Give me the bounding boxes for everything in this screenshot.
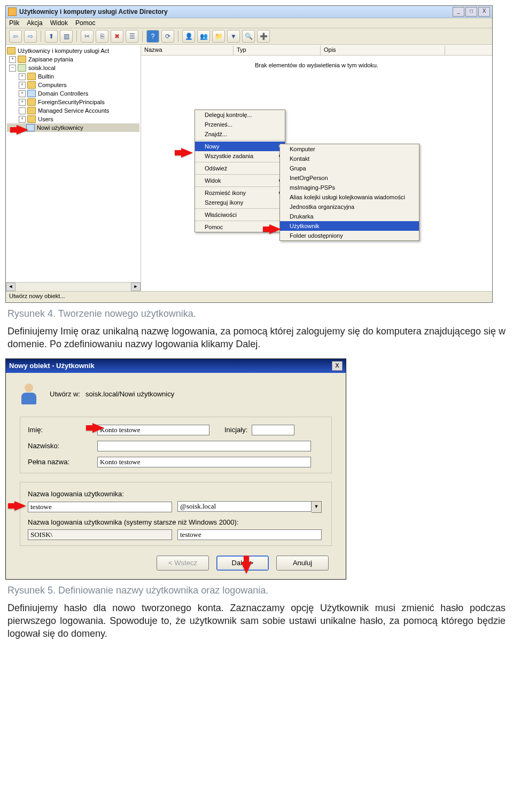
tree-label: Managed Service Accounts (38, 106, 109, 115)
help-icon[interactable]: ? (146, 30, 159, 43)
new-user-icon[interactable]: 👤 (182, 30, 195, 43)
scroll-right-icon[interactable]: ► (131, 283, 141, 291)
add-to-group-icon[interactable]: ➕ (257, 30, 270, 43)
menubar: Plik Akcja Widok Pomoc (6, 18, 492, 28)
ctx-new[interactable]: Nowy (195, 142, 285, 151)
maximize-button[interactable]: □ (465, 7, 477, 17)
create-in-label: Utwórz w: (50, 390, 80, 398)
toolbar: ⇦ ⇨ ⬆ ▥ ✂ ⎘ ✖ ☰ ? ⟳ 👤 👥 📁 ▼ 🔍 ➕ (6, 28, 492, 45)
tree-computers[interactable]: + Computers (7, 81, 139, 89)
tree-label: ForeignSecurityPrincipals (38, 98, 105, 106)
cut-icon[interactable]: ✂ (81, 30, 94, 43)
tree-scrollbar[interactable]: ◄ ► (6, 282, 141, 291)
tree-builtin[interactable]: + Builtin (7, 72, 139, 81)
sub-group[interactable]: Grupa (280, 163, 419, 173)
ctx-refresh[interactable]: Odśwież (195, 163, 285, 173)
sub-ou[interactable]: Jednostka organizacyjna (280, 202, 419, 212)
netbios-domain-input (28, 529, 172, 540)
sub-msimaging[interactable]: msImaging-PSPs (280, 183, 419, 192)
dialog-close-button[interactable]: X (332, 361, 343, 371)
refresh-icon[interactable]: ⟳ (161, 30, 174, 43)
ctx-properties[interactable]: Właściwości (195, 210, 285, 220)
tree-domain-controllers[interactable]: + Domain Controllers (7, 89, 139, 98)
sam-account-input[interactable] (177, 529, 322, 540)
sub-msmq-alias[interactable]: Alias kolejki usługi kolejkowania wiadom… (280, 192, 419, 202)
col-desc[interactable]: Opis (321, 45, 445, 55)
sub-computer[interactable]: Komputer (280, 144, 419, 154)
tree-foreign-security[interactable]: + ForeignSecurityPrincipals (7, 98, 139, 106)
callout-arrow-icon (14, 501, 26, 511)
list-pane: Nazwa Typ Opis Brak elementów do wyświet… (141, 45, 492, 291)
tree-label: soisk.local (28, 64, 56, 72)
tree-pane[interactable]: Użytkownicy i komputery usługi Act + Zap… (6, 45, 141, 291)
col-type[interactable]: Typ (234, 45, 321, 55)
cancel-button[interactable]: Anuluj (276, 556, 329, 571)
sub-inetorgperson[interactable]: InetOrgPerson (280, 173, 419, 183)
sub-contact[interactable]: Kontakt (280, 154, 419, 163)
name-group: Imię: Inicjały: Nazwisko: Pełna nazwa: (20, 417, 332, 473)
logon-pre2000-label: Nazwa logowania użytkownika (systemy sta… (28, 518, 324, 526)
body-paragraph-1: Definiujemy Imię oraz unikalną nazwę log… (7, 325, 506, 351)
find-icon[interactable]: 🔍 (242, 30, 255, 43)
tree-saved-queries[interactable]: + Zapisane pytania (7, 55, 139, 64)
copy-icon[interactable]: ⎘ (96, 30, 108, 43)
callout-arrow-icon (92, 423, 104, 433)
ctx-all-tasks[interactable]: Wszystkie zadania (195, 151, 285, 161)
domain-suffix-combo[interactable]: ▼ (177, 501, 322, 513)
initials-input[interactable] (252, 425, 294, 435)
callout-arrow-icon (181, 148, 193, 158)
col-name[interactable]: Nazwa (141, 45, 234, 55)
submenu-new: Komputer Kontakt Grupa InetOrgPerson msI… (279, 144, 419, 241)
menu-action[interactable]: Akcja (27, 19, 42, 27)
ctx-arrange[interactable]: Rozmieść ikony (195, 188, 285, 198)
last-name-input[interactable] (97, 441, 311, 451)
back-button[interactable]: < Wstecz (157, 556, 209, 571)
full-name-input[interactable] (97, 457, 311, 467)
tree-managed-accounts[interactable]: Managed Service Accounts (7, 106, 139, 115)
dialog-title: Nowy obiekt - Użytkownik (9, 362, 95, 370)
ctx-find[interactable]: Znajdź... (195, 129, 285, 139)
initials-label: Inicjały: (224, 426, 247, 434)
minimize-button[interactable]: _ (453, 7, 464, 17)
ctx-view[interactable]: Widok (195, 176, 285, 185)
chevron-down-icon[interactable]: ▼ (312, 501, 322, 513)
delete-icon[interactable]: ✖ (111, 30, 123, 43)
nav-back-icon[interactable]: ⇦ (9, 30, 22, 43)
ctx-delegate[interactable]: Deleguj kontrolę... (195, 110, 285, 120)
scroll-left-icon[interactable]: ◄ (6, 283, 15, 291)
column-headers: Nazwa Typ Opis (141, 45, 492, 56)
new-group-icon[interactable]: 👥 (197, 30, 210, 43)
properties-icon[interactable]: ☰ (126, 30, 138, 43)
tree-domain[interactable]: − soisk.local (7, 64, 139, 72)
last-name-label: Nazwisko: (28, 442, 97, 450)
logon-name-input[interactable] (28, 502, 172, 512)
sub-user[interactable]: Użytkownik (280, 221, 419, 231)
callout-arrow-icon (241, 562, 252, 574)
first-name-input[interactable] (97, 425, 209, 435)
window-title: Użytkownicy i komputery usługi Active Di… (19, 8, 453, 15)
new-ou-icon[interactable]: 📁 (212, 30, 225, 43)
titlebar[interactable]: Użytkownicy i komputery usługi Active Di… (6, 6, 492, 18)
ctx-sort[interactable]: Szereguj ikony (195, 198, 285, 207)
up-icon[interactable]: ⬆ (45, 30, 58, 43)
close-button[interactable]: X (478, 7, 490, 17)
ctx-move[interactable]: Przenieś... (195, 120, 285, 129)
tree-label: Computers (38, 81, 67, 89)
menu-view[interactable]: Widok (50, 19, 68, 27)
menu-file[interactable]: Plik (9, 19, 19, 27)
sub-shared-folder[interactable]: Folder udostępniony (280, 231, 419, 240)
dialog-button-row: < Wstecz Dalej > Anuluj (20, 556, 329, 571)
status-text: Utwórz nowy obiekt... (9, 293, 65, 299)
separator (178, 30, 178, 42)
nav-forward-icon[interactable]: ⇨ (24, 30, 37, 43)
domain-suffix-value[interactable] (177, 501, 312, 512)
show-tree-icon[interactable]: ▥ (60, 30, 73, 43)
menu-help[interactable]: Pomoc (75, 19, 95, 27)
dialog-titlebar[interactable]: Nowy obiekt - Użytkownik X (6, 359, 346, 373)
tree-users[interactable]: + Users (7, 115, 139, 123)
tree-root[interactable]: Użytkownicy i komputery usługi Act (7, 46, 139, 55)
user-icon (20, 384, 38, 405)
sub-printer[interactable]: Drukarka (280, 212, 419, 221)
full-name-label: Pełna nazwa: (28, 458, 97, 466)
filter-icon[interactable]: ▼ (227, 30, 240, 43)
